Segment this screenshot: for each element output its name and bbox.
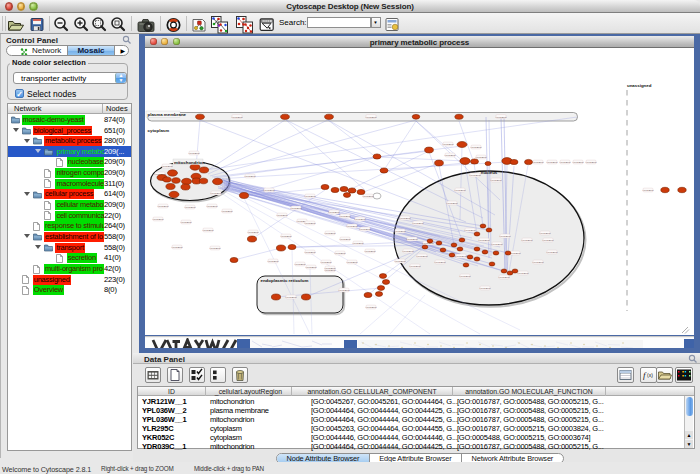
svg-text:YKL120W: YKL120W — [304, 251, 316, 254]
svg-text:YKL120W: YKL120W — [247, 231, 259, 234]
svg-text:YKL120W: YKL120W — [542, 239, 554, 242]
svg-text:YKL120W: YKL120W — [406, 238, 418, 241]
svg-text:YKL120W: YKL120W — [285, 296, 297, 299]
svg-text:YKL120W: YKL120W — [206, 205, 218, 208]
svg-text:YKL120W: YKL120W — [394, 260, 406, 263]
svg-text:YKL120W: YKL120W — [539, 232, 551, 235]
svg-text:YKL120W: YKL120W — [532, 161, 544, 164]
svg-text:plasma membrane: plasma membrane — [148, 112, 187, 117]
svg-text:YKL120W: YKL120W — [434, 261, 446, 264]
svg-text:YKL120W: YKL120W — [475, 156, 487, 159]
svg-text:YKL120W: YKL120W — [324, 232, 336, 235]
svg-text:YKL120W: YKL120W — [202, 229, 214, 232]
svg-text:YKL120W: YKL120W — [171, 246, 183, 249]
svg-text:cytoplasm: cytoplasm — [148, 128, 170, 133]
svg-text:YKL120W: YKL120W — [359, 228, 371, 231]
svg-text:nucleus: nucleus — [481, 170, 498, 175]
svg-text:YKL120W: YKL120W — [362, 195, 374, 198]
svg-text:YKL120W: YKL120W — [402, 250, 414, 253]
svg-text:YKL120W: YKL120W — [469, 174, 481, 177]
svg-text:YKL120W: YKL120W — [346, 225, 358, 228]
svg-text:YKL120W: YKL120W — [399, 217, 411, 220]
svg-text:YKL120W: YKL120W — [188, 152, 200, 155]
svg-text:YKL120W: YKL120W — [495, 116, 507, 119]
svg-text:YKL120W: YKL120W — [324, 267, 336, 270]
svg-text:unassigned: unassigned — [627, 83, 652, 88]
svg-text:YKL120W: YKL120W — [479, 287, 491, 290]
svg-text:YKL120W: YKL120W — [498, 276, 510, 279]
svg-text:YKL120W: YKL120W — [339, 238, 351, 241]
svg-text:YKL120W: YKL120W — [365, 116, 377, 119]
svg-text:YKL120W: YKL120W — [221, 210, 233, 213]
svg-text:YKL120W: YKL120W — [290, 207, 302, 210]
svg-text:YKL120W: YKL120W — [304, 222, 316, 225]
svg-text:YKL120W: YKL120W — [365, 306, 377, 309]
svg-text:YKL120W: YKL120W — [364, 250, 376, 253]
svg-text:YKL120W: YKL120W — [263, 189, 275, 192]
svg-text:YKL120W: YKL120W — [231, 116, 243, 119]
svg-text:YKL120W: YKL120W — [546, 161, 558, 164]
svg-text:YKL120W: YKL120W — [267, 260, 279, 263]
svg-text:YKL120W: YKL120W — [455, 255, 467, 258]
svg-text:YKL120W: YKL120W — [320, 261, 332, 264]
svg-text:YKL120W: YKL120W — [409, 265, 421, 268]
svg-text:YKL120W: YKL120W — [470, 146, 482, 149]
svg-text:YKL120W: YKL120W — [157, 205, 169, 208]
svg-text:YKL120W: YKL120W — [180, 221, 192, 224]
svg-text:YKL120W: YKL120W — [491, 243, 503, 246]
svg-text:YKL120W: YKL120W — [572, 161, 584, 164]
svg-text:YKL120W: YKL120W — [276, 214, 288, 217]
svg-text:YKL120W: YKL120W — [244, 175, 256, 178]
svg-text:YKL120W: YKL120W — [352, 242, 364, 245]
svg-text:YKL120W: YKL120W — [304, 195, 316, 198]
svg-text:YKL120W: YKL120W — [464, 229, 476, 232]
svg-text:YKL120W: YKL120W — [416, 255, 428, 258]
svg-text:YKL120W: YKL120W — [209, 247, 221, 250]
svg-text:YKL120W: YKL120W — [517, 272, 529, 275]
svg-text:YKL120W: YKL120W — [559, 161, 571, 164]
svg-text:YKL120W: YKL120W — [305, 266, 317, 269]
svg-text:endoplasmic reticulum: endoplasmic reticulum — [261, 278, 309, 283]
svg-text:YKL120W: YKL120W — [490, 179, 502, 182]
svg-text:YKL120W: YKL120W — [338, 289, 350, 292]
svg-text:YKL120W: YKL120W — [412, 222, 424, 225]
svg-text:YKL120W: YKL120W — [210, 192, 222, 195]
svg-text:YKL120W: YKL120W — [354, 218, 366, 221]
svg-text:YKL120W: YKL120W — [459, 275, 471, 278]
svg-text:YKL120W: YKL120W — [339, 215, 351, 218]
svg-text:YKL120W: YKL120W — [532, 261, 544, 264]
svg-text:YKL120W: YKL120W — [152, 218, 164, 221]
svg-text:YKL120W: YKL120W — [161, 165, 173, 168]
svg-text:YKL120W: YKL120W — [346, 261, 358, 264]
svg-text:YKL120W: YKL120W — [521, 239, 533, 242]
svg-text:YKL120W: YKL120W — [454, 189, 466, 192]
svg-text:YKL120W: YKL120W — [334, 252, 346, 255]
svg-text:YKL120W: YKL120W — [478, 239, 490, 242]
svg-text:YKL120W: YKL120W — [446, 202, 458, 205]
svg-text:YKL120W: YKL120W — [328, 211, 340, 214]
svg-text:YKL120W: YKL120W — [499, 235, 511, 238]
svg-text:YKL120W: YKL120W — [585, 161, 597, 164]
svg-text:YKL120W: YKL120W — [442, 143, 454, 146]
svg-text:YKL120W: YKL120W — [642, 189, 654, 192]
svg-text:(x): (x) — [647, 372, 653, 378]
svg-text:YKL120W: YKL120W — [444, 154, 456, 157]
svg-text:YKL120W: YKL120W — [184, 206, 196, 209]
svg-text:YKL120W: YKL120W — [280, 235, 292, 238]
svg-text:YKL120W: YKL120W — [394, 230, 406, 233]
svg-text:mitochondrion: mitochondrion — [174, 160, 205, 165]
svg-text:YKL120W: YKL120W — [546, 251, 558, 254]
